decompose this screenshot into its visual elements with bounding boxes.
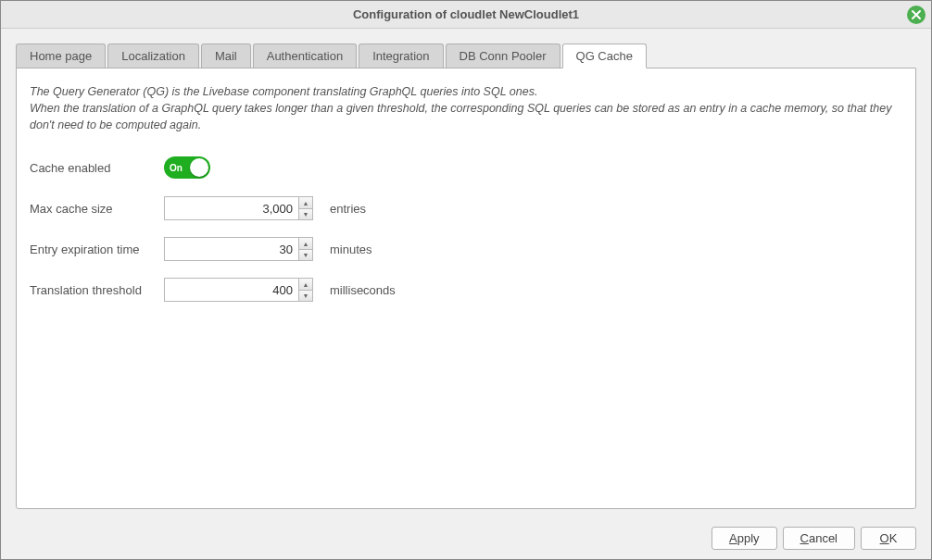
row-translation-threshold: Translation threshold ▲ ▼ milliseconds xyxy=(30,276,902,304)
entry-expiration-up[interactable]: ▲ xyxy=(299,238,312,250)
tab-integration[interactable]: Integration xyxy=(359,44,443,68)
translation-threshold-spin-buttons: ▲ ▼ xyxy=(298,278,313,302)
translation-threshold-up[interactable]: ▲ xyxy=(299,279,312,291)
tab-qg-cache[interactable]: QG Cache xyxy=(562,44,647,68)
ok-label-rest: K xyxy=(889,531,898,545)
close-button[interactable] xyxy=(907,6,926,24)
button-bar: Apply Cancel OK xyxy=(1,519,931,559)
entry-expiration-unit: minutes xyxy=(330,243,372,256)
entry-expiration-down[interactable]: ▼ xyxy=(299,250,312,261)
tab-localization[interactable]: Localization xyxy=(107,44,199,68)
tab-db-conn-pooler[interactable]: DB Conn Pooler xyxy=(446,44,560,68)
max-cache-size-unit: entries xyxy=(330,202,366,216)
max-cache-size-label: Max cache size xyxy=(30,202,164,216)
cache-enabled-toggle[interactable]: On xyxy=(164,156,210,179)
translation-threshold-unit: milliseconds xyxy=(330,283,396,297)
tab-mail[interactable]: Mail xyxy=(201,44,251,68)
cache-enabled-label: Cache enabled xyxy=(30,161,164,175)
description-line2: When the translation of a GraphQL query … xyxy=(30,102,891,131)
entry-expiration-label: Entry expiration time xyxy=(30,243,164,256)
content-area: Home page Localization Mail Authenticati… xyxy=(1,29,931,519)
toggle-knob xyxy=(190,158,208,177)
description-text: The Query Generator (QG) is the Livebase… xyxy=(30,83,902,133)
ok-button[interactable]: OK xyxy=(861,527,916,550)
translation-threshold-spinner: ▲ ▼ xyxy=(164,278,313,302)
max-cache-size-input[interactable] xyxy=(164,196,298,220)
entry-expiration-spinner: ▲ ▼ xyxy=(164,237,313,261)
apply-label-rest: pply xyxy=(737,531,760,545)
tab-panel-qg-cache: The Query Generator (QG) is the Livebase… xyxy=(16,68,916,509)
translation-threshold-down[interactable]: ▼ xyxy=(299,291,312,302)
max-cache-size-up[interactable]: ▲ xyxy=(299,197,312,209)
max-cache-size-spin-buttons: ▲ ▼ xyxy=(298,196,313,220)
window-title: Configuration of cloudlet NewCloudlet1 xyxy=(353,7,579,21)
tab-home-page[interactable]: Home page xyxy=(16,44,106,68)
translation-threshold-input[interactable] xyxy=(164,278,298,302)
titlebar: Configuration of cloudlet NewCloudlet1 xyxy=(1,1,931,29)
tab-authentication[interactable]: Authentication xyxy=(253,44,357,68)
description-line1: The Query Generator (QG) is the Livebase… xyxy=(30,85,537,98)
toggle-state-text: On xyxy=(170,163,183,173)
translation-threshold-label: Translation threshold xyxy=(30,283,164,297)
row-max-cache-size: Max cache size ▲ ▼ entries xyxy=(30,194,902,222)
config-window: Configuration of cloudlet NewCloudlet1 H… xyxy=(0,0,932,560)
max-cache-size-spinner: ▲ ▼ xyxy=(164,196,313,220)
apply-button[interactable]: Apply xyxy=(712,527,777,550)
row-entry-expiration: Entry expiration time ▲ ▼ minutes xyxy=(30,235,902,263)
entry-expiration-input[interactable] xyxy=(164,237,298,261)
cancel-label-rest: ancel xyxy=(809,531,838,545)
entry-expiration-spin-buttons: ▲ ▼ xyxy=(298,237,313,261)
max-cache-size-down[interactable]: ▼ xyxy=(299,209,312,220)
cancel-button[interactable]: Cancel xyxy=(783,527,855,550)
close-icon xyxy=(911,9,922,20)
tab-bar: Home page Localization Mail Authenticati… xyxy=(16,44,916,69)
row-cache-enabled: Cache enabled On xyxy=(30,154,902,181)
